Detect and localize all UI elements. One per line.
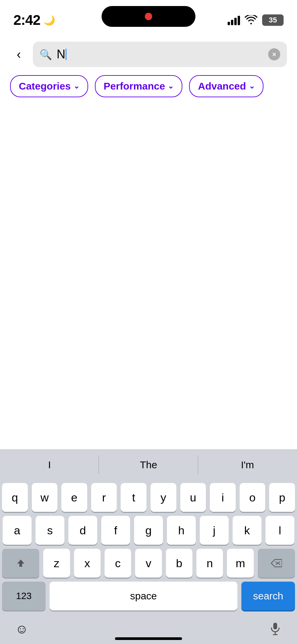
home-indicator [115,637,182,640]
key-r[interactable]: r [91,483,117,512]
key-x[interactable]: x [74,549,101,578]
key-k[interactable]: k [233,516,261,545]
chevron-down-icon-categories: ⌄ [73,82,79,91]
status-icons: 35 [228,14,284,26]
shift-icon [15,558,26,569]
filter-chip-categories[interactable]: Categories ⌄ [10,75,88,97]
filter-chip-advanced-label: Advanced [198,80,246,92]
record-dot [145,13,152,20]
chevron-down-icon-advanced: ⌄ [249,82,255,91]
mic-icon [269,622,281,636]
key-v[interactable]: v [135,549,162,578]
clear-button[interactable]: × [268,48,280,60]
search-icon: 🔍 [40,49,52,60]
key-o[interactable]: o [240,483,265,512]
key-rows: q w e r t y u i o p a s d f g h j k l [0,480,297,614]
key-b[interactable]: b [166,549,192,578]
key-q[interactable]: q [2,483,28,512]
key-m[interactable]: m [227,549,253,578]
key-row-1: q w e r t y u i o p [2,483,295,512]
signal-bar-3 [234,18,237,25]
predictive-item-i[interactable]: I [0,450,99,480]
key-h[interactable]: h [167,516,196,545]
numbers-key[interactable]: 123 [2,582,46,610]
status-bar: 2:42 🌙 35 [0,0,297,34]
filter-chip-categories-label: Categories [19,80,71,92]
key-e[interactable]: e [61,483,87,512]
key-i[interactable]: i [210,483,236,512]
filter-chip-advanced[interactable]: Advanced ⌄ [189,75,263,97]
battery-icon: 35 [262,14,284,26]
delete-icon [271,559,282,568]
key-c[interactable]: c [105,549,131,578]
key-u[interactable]: u [180,483,206,512]
chevron-down-icon-performance: ⌄ [168,82,174,91]
search-bar-area: ‹ 🔍 N × [0,34,297,75]
search-input-container[interactable]: 🔍 N × [33,42,287,67]
search-input-value: N [57,47,65,61]
mic-key[interactable] [263,617,287,641]
status-time: 2:42 [13,12,40,28]
filter-chip-performance[interactable]: Performance ⌄ [95,75,182,97]
back-arrow-icon: ‹ [17,47,21,62]
moon-icon: 🌙 [44,15,55,26]
key-f[interactable]: f [101,516,130,545]
key-s[interactable]: s [36,516,64,545]
filter-chip-performance-label: Performance [104,80,165,92]
shift-key[interactable] [2,549,39,578]
content-area [0,104,297,339]
key-j[interactable]: j [200,516,229,545]
back-button[interactable]: ‹ [10,46,27,63]
signal-bar-4 [238,16,240,25]
key-a[interactable]: a [3,516,32,545]
text-cursor [66,49,66,60]
predictive-row: I The I'm [0,449,297,480]
search-key[interactable]: search [241,582,295,610]
signal-bars [228,15,240,25]
emoji-key[interactable]: ☺ [10,617,34,641]
keyboard: I The I'm q w e r t y u i o p a s d f g … [0,449,297,644]
key-l[interactable]: l [265,516,294,545]
dynamic-island [102,6,195,27]
filter-chips: Categories ⌄ Performance ⌄ Advanced ⌄ [0,75,297,104]
key-row-2: a s d f g h j k l [2,516,295,545]
signal-bar-1 [228,22,230,25]
wifi-icon [245,15,257,25]
clear-icon: × [272,51,276,58]
key-g[interactable]: g [134,516,163,545]
key-z[interactable]: z [43,549,70,578]
signal-bar-2 [231,20,233,25]
key-w[interactable]: w [32,483,58,512]
battery-level: 35 [269,16,277,24]
predictive-item-the[interactable]: The [99,450,198,480]
delete-key[interactable] [258,549,295,578]
key-row-3: z x c v b n m [2,549,295,578]
search-input-wrapper[interactable]: N [57,47,263,61]
svg-rect-2 [273,623,277,629]
key-t[interactable]: t [121,483,146,512]
key-y[interactable]: y [151,483,176,512]
key-n[interactable]: n [196,549,223,578]
key-p[interactable]: p [269,483,295,512]
key-d[interactable]: d [68,516,97,545]
predictive-item-im[interactable]: I'm [198,450,297,480]
space-key[interactable]: space [50,582,237,610]
key-row-4: 123 space search [2,582,295,610]
